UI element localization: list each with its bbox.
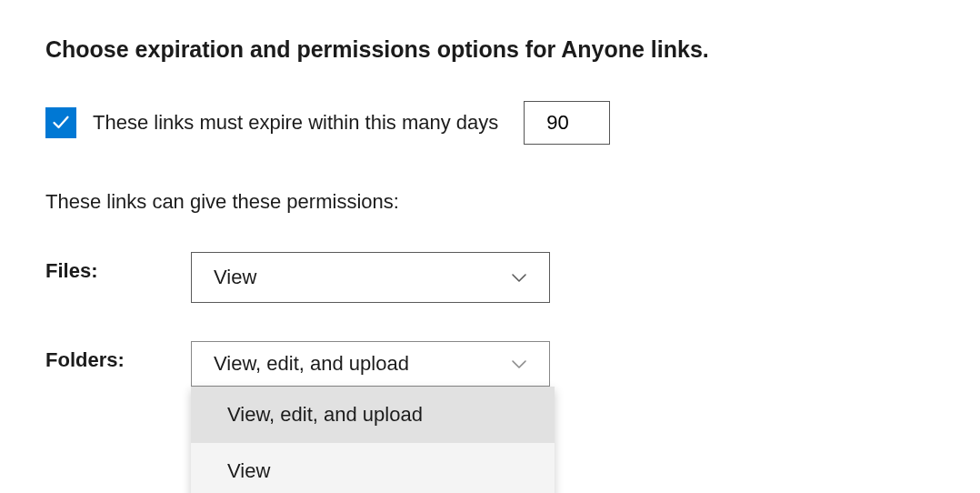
expiration-row: These links must expire within this many… [45, 101, 935, 145]
folders-label: Folders: [45, 341, 191, 372]
checkmark-icon [52, 114, 70, 132]
files-dropdown-value: View [214, 266, 256, 289]
permissions-intro: These links can give these permissions: [45, 190, 935, 214]
expiration-checkbox[interactable] [45, 107, 76, 138]
folders-permission-row: Folders: View, edit, and upload View, ed… [45, 341, 935, 387]
files-permission-dropdown[interactable]: View [191, 252, 550, 303]
section-title: Choose expiration and permissions option… [45, 36, 935, 63]
expiration-label: These links must expire within this many… [93, 111, 498, 135]
chevron-down-icon [511, 358, 527, 369]
files-label: Files: [45, 252, 191, 283]
folders-option-view-edit-upload[interactable]: View, edit, and upload [191, 387, 555, 443]
folders-dropdown-value: View, edit, and upload [214, 352, 409, 376]
folders-permission-dropdown[interactable]: View, edit, and upload [191, 341, 550, 387]
chevron-down-icon [511, 272, 527, 283]
files-permission-row: Files: View [45, 252, 935, 303]
expiration-days-input[interactable] [524, 101, 610, 145]
folders-option-view[interactable]: View [191, 443, 555, 493]
folders-dropdown-options: View, edit, and upload View [191, 387, 555, 493]
